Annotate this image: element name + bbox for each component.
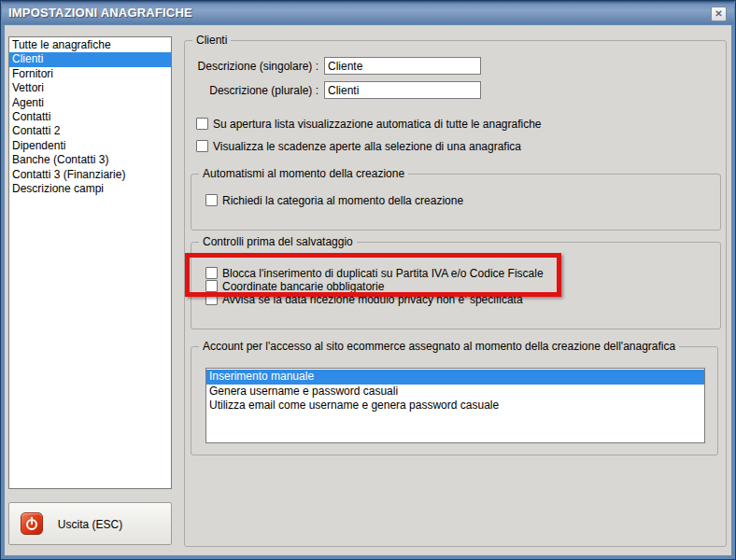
field-row: Descrizione (singolare) :: [184, 52, 492, 77]
field-label: Descrizione (singolare) :: [198, 60, 318, 73]
checkbox[interactable]: [196, 140, 208, 152]
close-icon[interactable]: ✕: [711, 7, 727, 21]
account-mode-listbox[interactable]: Inserimento manuale Genera username e pa…: [205, 368, 705, 443]
group-controlli-salvataggio: Controlli prima del salvataggio Blocca l…: [191, 242, 721, 329]
checkbox-label: Su apertura lista visualizzazione automa…: [213, 118, 542, 131]
description-fields: Descrizione (singolare) : Descrizione (p…: [184, 52, 492, 101]
sidebar-item[interactable]: Fornitori: [9, 67, 171, 81]
group-automatismi: Automatismi al momento della creazione R…: [191, 174, 721, 231]
checkbox-label: Avvisa se la data ricezione modulo priva…: [222, 293, 523, 306]
listbox-option[interactable]: Inserimento manuale: [206, 370, 704, 385]
automatismi-options: Richiedi la categoria al momento della c…: [205, 194, 463, 207]
anagrafiche-category-list[interactable]: Tutte le anagrafiche Clienti Fornitori V…: [8, 36, 172, 489]
sidebar-item[interactable]: Agenti: [9, 96, 171, 110]
checkbox-row: Blocca l'inserimento di duplicati su Par…: [205, 267, 544, 280]
checkbox[interactable]: [205, 267, 218, 279]
listbox-option[interactable]: Utilizza email come username e genera pa…: [206, 399, 704, 413]
impostazioni-anagrafiche-dialog: IMPOSTAZIONI ANAGRAFICHE ✕ Tutte le anag…: [0, 0, 736, 560]
title-bar: IMPOSTAZIONI ANAGRAFICHE ✕: [2, 1, 734, 24]
description-input[interactable]: [324, 57, 481, 75]
checkbox[interactable]: [205, 280, 218, 292]
sidebar-item[interactable]: Clienti: [9, 52, 171, 66]
listbox-option[interactable]: Genera username e password casuali: [206, 385, 704, 399]
exit-button-label: Uscita (ESC): [9, 518, 171, 531]
field-row: Descrizione (plurale) :: [184, 77, 492, 101]
checkbox[interactable]: [205, 194, 218, 206]
checkbox[interactable]: [196, 118, 208, 130]
checkbox-label: Blocca l'inserimento di duplicati su Par…: [222, 267, 544, 280]
exit-button[interactable]: Uscita (ESC): [8, 502, 172, 545]
dialog-title: IMPOSTAZIONI ANAGRAFICHE: [8, 6, 192, 20]
sidebar-item[interactable]: Dipendenti: [9, 139, 171, 153]
sidebar-item[interactable]: Vettori: [9, 81, 171, 95]
checkbox-row: Richiedi la categoria al momento della c…: [205, 194, 463, 207]
checkbox-row: Su apertura lista visualizzazione automa…: [196, 118, 542, 131]
checkbox-label: Visualizza le scadenze aperte alla selez…: [213, 140, 521, 153]
group-account-title: Account per l'accesso al sito ecommerce …: [199, 340, 679, 353]
group-clienti-title: Clienti: [192, 34, 231, 47]
checkbox-row: Visualizza le scadenze aperte alla selez…: [196, 140, 542, 153]
checkbox-label: Coordinate bancarie obbligatorie: [222, 280, 384, 293]
sidebar-item[interactable]: Banche (Contatti 3): [9, 153, 171, 167]
checkbox-row: Coordinate bancarie obbligatorie: [205, 280, 544, 293]
description-input[interactable]: [324, 81, 481, 99]
sidebar-item[interactable]: Contatti 3 (Finanziarie): [9, 168, 171, 182]
checkbox[interactable]: [205, 293, 218, 305]
checkbox-label: Richiedi la categoria al momento della c…: [222, 194, 463, 207]
sidebar-item[interactable]: Tutte le anagrafiche: [9, 38, 171, 52]
group-account-ecommerce: Account per l'accesso al sito ecommerce …: [191, 346, 718, 455]
controlli-options: Blocca l'inserimento di duplicati su Par…: [205, 267, 544, 306]
group-controlli-title: Controlli prima del salvataggio: [199, 235, 357, 248]
sidebar-item[interactable]: Contatti: [9, 110, 171, 124]
group-automatismi-title: Automatismi al momento della creazione: [199, 167, 408, 180]
sidebar-item[interactable]: Contatti 2: [9, 124, 171, 138]
sidebar-item[interactable]: Descrizione campi: [9, 182, 171, 196]
field-label: Descrizione (plurale) :: [209, 84, 318, 97]
clienti-options: Su apertura lista visualizzazione automa…: [196, 118, 542, 153]
checkbox-row: Avvisa se la data ricezione modulo priva…: [205, 293, 544, 306]
